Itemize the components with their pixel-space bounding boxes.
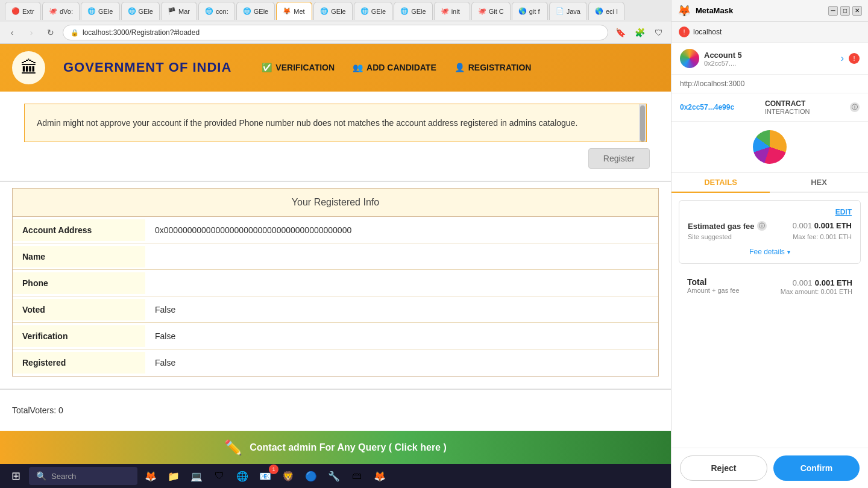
tab-details[interactable]: DETAILS [671, 173, 770, 193]
tab-4-icon: 🏴 [168, 7, 176, 15]
tab-0-label: Extr [22, 8, 34, 15]
tab-15[interactable]: 🌎 eci I [588, 2, 624, 20]
scrollbar[interactable] [639, 104, 646, 142]
mm-tabs: DETAILS HEX [671, 173, 868, 193]
bottom-divider [0, 389, 671, 390]
mm-fee-details-row[interactable]: Fee details ▾ [688, 243, 852, 256]
mm-window-btns: ─ □ ✕ [828, 6, 862, 16]
tab-13-label: git f [529, 8, 540, 15]
taskbar-app-files[interactable]: 📁 [163, 467, 184, 485]
tab-13[interactable]: 🌎 git f [512, 2, 548, 20]
tab-2[interactable]: 🌐 GEle [81, 2, 119, 20]
taskbar-app-mail[interactable]: 📧 1 [254, 467, 276, 485]
value-account-address: 0x00000000000000000000000000000000000000… [145, 219, 658, 241]
taskbar-app-db[interactable]: 🗃 [346, 467, 368, 485]
mm-pie-chart-container [671, 122, 868, 173]
forward-button[interactable]: › [24, 25, 39, 40]
warning-box: Admin might not approve your account if … [24, 104, 647, 142]
tab-1[interactable]: 🐙 dVo: [42, 2, 80, 20]
mm-gas-info-button[interactable]: ⓘ [757, 221, 767, 231]
back-button[interactable]: ‹ [5, 25, 19, 40]
scrollbar-thumb [640, 105, 645, 142]
tab-9[interactable]: 🌐 GEle [354, 2, 392, 20]
label-phone: Phone [13, 272, 145, 294]
mm-account-warn-badge: ! [849, 53, 860, 64]
nav-links: ✅ VERIFICATION 👥 ADD CANDIDATE 👤 REGISTR… [262, 63, 531, 72]
mm-edit-button[interactable]: EDIT [835, 208, 852, 216]
register-btn-row: Register [0, 142, 671, 175]
tab-2-label: GEle [98, 8, 113, 15]
tab-0[interactable]: 🔴 Extr [5, 2, 41, 20]
taskbar-search-box[interactable]: 🔍 Search [29, 467, 137, 485]
mm-action-btns: Reject Confirm [671, 448, 868, 488]
tab-8-label: GEle [331, 8, 345, 15]
tab-1-label: dVo: [60, 8, 73, 15]
taskbar-app-fox2[interactable]: 🦊 [369, 467, 391, 485]
nav-registration[interactable]: 👤 REGISTRATION [454, 63, 532, 72]
tab-15-icon: 🌎 [595, 7, 603, 15]
mm-header: ! localhost [671, 22, 868, 43]
bookmark-button[interactable]: 🔖 [613, 25, 627, 40]
url-bar[interactable]: 🔒 localhost:3000/Registration?#loaded [63, 25, 608, 40]
mm-reject-button[interactable]: Reject [680, 455, 767, 481]
mm-confirm-button[interactable]: Confirm [773, 455, 860, 481]
register-button[interactable]: Register [588, 148, 650, 169]
info-table: Account Address 0x0000000000000000000000… [12, 217, 659, 377]
mm-max-amount: Max amount: 0.001 ETH [781, 288, 852, 295]
search-icon: 🔍 [36, 471, 46, 481]
tab-12[interactable]: 🐙 Git C [471, 2, 511, 20]
mm-contract-label: CONTRACT [765, 99, 844, 108]
tab-3[interactable]: 🌐 GEle [121, 2, 160, 20]
mm-close-button[interactable]: ✕ [852, 6, 862, 16]
registered-info-header: Your Registered Info [12, 188, 659, 217]
gov-title: GOVERNMENT OF INDIA [63, 60, 231, 75]
mm-maximize-button[interactable]: □ [840, 6, 850, 16]
table-row: Voted False [13, 296, 658, 323]
total-voters-text: TotalVoters: 0 [12, 405, 63, 415]
tab-7-icon: 🦊 [283, 7, 291, 15]
mm-total-row: Total Amount + gas fee 0.001 0.001 ETH M… [687, 277, 852, 295]
url-text: localhost:3000/Registration?#loaded [83, 28, 200, 37]
verification-icon: ✅ [262, 63, 272, 72]
footer: ✏️ Contact admin For Any Query ( Click h… [0, 431, 671, 464]
extensions-button[interactable]: 🧩 [632, 25, 647, 40]
tab-11-icon: 🐙 [441, 7, 449, 15]
tab-10[interactable]: 🌐 GEle [394, 2, 432, 20]
taskbar-app-edge[interactable]: 🌐 [231, 467, 253, 485]
tab-5-label: con: [216, 8, 228, 15]
tab-6[interactable]: 🌐 GEle [236, 2, 275, 20]
label-verification: Verification [13, 325, 145, 347]
tab-8[interactable]: 🌐 GEle [313, 2, 352, 20]
taskbar-app-terminal[interactable]: 💻 [186, 467, 207, 485]
mm-total-section: Total Amount + gas fee 0.001 0.001 ETH M… [679, 271, 861, 301]
shield-button[interactable]: 🛡 [652, 25, 666, 40]
taskbar-app-brave[interactable]: 🦁 [277, 467, 299, 485]
nav-verification[interactable]: ✅ VERIFICATION [262, 63, 335, 72]
tab-11[interactable]: 🐙 init [434, 2, 470, 20]
navbar: 🏛 GOVERNMENT OF INDIA ✅ VERIFICATION 👥 A… [0, 43, 671, 92]
mm-minimize-button[interactable]: ─ [828, 6, 838, 16]
warning-text: Admin might not approve your account if … [37, 118, 577, 128]
nav-add-candidate[interactable]: 👥 ADD CANDIDATE [353, 63, 436, 72]
total-voters: TotalVoters: 0 [0, 396, 671, 425]
taskbar-app-firefox[interactable]: 🦊 [140, 467, 162, 485]
taskbar-app-git[interactable]: 🔧 [323, 467, 345, 485]
tab-2-icon: 🌐 [87, 7, 96, 15]
value-phone [145, 277, 658, 289]
tab-4[interactable]: 🏴 Mar [161, 2, 197, 20]
mm-avatar [680, 49, 699, 68]
start-button[interactable]: ⊞ [5, 467, 27, 485]
refresh-button[interactable]: ↻ [43, 25, 58, 40]
taskbar-app-vscode[interactable]: 🔵 [300, 467, 322, 485]
mm-account-row: Account 5 0x2cc57.... › ! [671, 43, 868, 75]
taskbar-app-shield[interactable]: 🛡 [209, 467, 230, 485]
tab-5[interactable]: 🌐 con: [198, 2, 235, 20]
tab-hex[interactable]: HEX [770, 173, 868, 192]
footer-text[interactable]: Contact admin For Any Query ( Click here… [250, 442, 447, 453]
mm-title-text: MetaMask [696, 6, 733, 15]
mm-info-button[interactable]: ⓘ [850, 102, 860, 112]
page-content: Admin might not approve your account if … [0, 104, 671, 425]
mm-forward-button[interactable]: › [841, 53, 844, 64]
tab-14[interactable]: 📄 Java [549, 2, 587, 20]
tab-7[interactable]: 🦊 Met [276, 2, 312, 20]
